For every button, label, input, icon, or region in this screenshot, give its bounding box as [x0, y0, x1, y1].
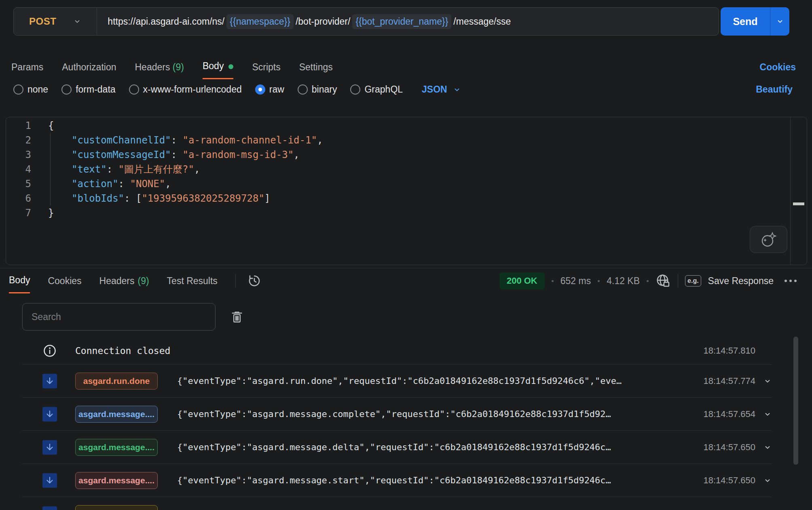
code-line[interactable]: 1{ [6, 118, 790, 133]
download-arrow-icon [45, 376, 55, 386]
headers-count: (9) [173, 62, 184, 72]
code-line[interactable]: 6"blobIds": ["1939596382025289728"] [6, 191, 790, 206]
code-line[interactable]: 3"customMessageId": "a-random-msg-id-3", [6, 148, 790, 162]
response-size: 4.12 KB [607, 276, 640, 287]
code-lines: 1{2"customChannelId": "a-random-channel-… [6, 118, 790, 220]
radio-icon [13, 84, 23, 95]
event-arrow-icon-box [42, 374, 57, 388]
search-input[interactable] [22, 303, 216, 331]
dot-separator [647, 280, 649, 282]
expand-event-button[interactable] [755, 410, 772, 418]
tab-headers[interactable]: Headers (9) [135, 58, 184, 79]
event-row[interactable] [22, 497, 772, 510]
log-row[interactable]: Connection closed18:14:57.810 [22, 337, 772, 364]
line-number: 3 [6, 149, 31, 160]
ellipsis-icon [784, 278, 797, 283]
radio-binary[interactable]: binary [298, 84, 337, 95]
event-row[interactable]: asgard.message....{"eventType":"asgard.m… [22, 464, 772, 497]
tab-settings[interactable]: Settings [299, 58, 333, 79]
trash-icon [230, 309, 244, 325]
event-arrow-icon-box [42, 506, 57, 510]
event-row[interactable]: asgard.run.done{"eventType":"asgard.run.… [22, 364, 772, 397]
event-timestamp: 18:14:57.774 [704, 376, 755, 386]
tab-params[interactable]: Params [11, 58, 43, 79]
event-timestamp: 18:14:57.650 [704, 442, 755, 453]
info-icon-box [42, 344, 57, 358]
line-number: 2 [6, 135, 31, 146]
radio-raw[interactable]: raw [255, 84, 284, 95]
code-line[interactable]: 4"text": "圖片上有什麼?", [6, 162, 790, 177]
code-text: "customMessageId": "a-random-msg-id-3", [48, 149, 300, 160]
event-payload-preview: {"eventType":"asgard.message.delta","req… [177, 442, 696, 452]
network-info-button[interactable] [656, 273, 671, 289]
line-number: 6 [6, 193, 31, 204]
send-options-button[interactable] [770, 7, 789, 36]
event-timestamp: 18:14:57.810 [704, 346, 755, 356]
response-tab-body[interactable]: Body [9, 268, 30, 293]
cookies-link[interactable]: Cookies [760, 62, 796, 79]
expand-event-button[interactable] [755, 377, 772, 385]
response-headers-count: (9) [137, 276, 149, 287]
chevron-down-icon [776, 17, 784, 25]
code-line[interactable]: 7} [6, 206, 790, 220]
expand-event-button[interactable] [755, 443, 772, 451]
response-scrollbar[interactable] [793, 337, 798, 465]
code-line[interactable]: 2"customChannelId": "a-random-channel-id… [6, 133, 790, 148]
download-arrow-icon [45, 476, 55, 485]
event-payload-preview: {"eventType":"asgard.message.complete","… [177, 409, 696, 419]
event-payload-preview: {"eventType":"asgard.run.done","requestI… [177, 376, 696, 386]
url-text-segment: https://api.asgard-ai.com/ns/ [108, 16, 224, 27]
event-type-badge: asgard.run.done [75, 373, 158, 390]
code-text: "customChannelId": "a-random-channel-id-… [48, 135, 323, 146]
radio-x-www-form-urlencoded[interactable]: x-www-form-urlencoded [129, 84, 242, 95]
status-badge: 200 OK [499, 272, 545, 289]
line-number: 5 [6, 178, 31, 190]
event-list: Connection closed18:14:57.810asgard.run.… [22, 337, 772, 510]
radio-icon-selected [255, 84, 265, 95]
code-text: "blobIds": ["1939596382025289728"] [48, 193, 270, 204]
tab-authorization[interactable]: Authorization [62, 58, 116, 79]
event-row[interactable]: asgard.message....{"eventType":"asgard.m… [22, 397, 772, 430]
beautify-link[interactable]: Beautify [756, 84, 793, 95]
more-options-button[interactable] [784, 278, 797, 283]
chevron-down-icon [73, 17, 81, 25]
response-tab-test-results[interactable]: Test Results [167, 268, 218, 293]
request-url-row: POST https://api.asgard-ai.com/ns/{{name… [13, 7, 789, 36]
save-response-button[interactable]: Save Response [708, 276, 774, 287]
event-payload-preview: {"eventType":"asgard.message.start","req… [177, 475, 696, 485]
chevron-down-icon [763, 377, 772, 385]
clear-events-button[interactable] [230, 309, 244, 325]
event-type-badge [75, 505, 158, 510]
event-row[interactable]: asgard.message....{"eventType":"asgard.m… [22, 430, 772, 464]
response-meta: 200 OK 652 ms 4.12 KB e.g. Save Response [499, 272, 797, 289]
download-arrow-icon [45, 509, 55, 510]
radio-none[interactable]: none [13, 84, 48, 95]
postbot-button[interactable] [750, 226, 787, 253]
tab-body[interactable]: Body [203, 57, 233, 79]
chevron-down-icon [763, 443, 772, 451]
editor-scrollbar-thumb[interactable] [793, 202, 804, 205]
log-message: Connection closed [75, 346, 696, 356]
url-input[interactable]: https://api.asgard-ai.com/ns/{{namespace… [97, 14, 511, 29]
method-select[interactable]: POST [14, 16, 97, 27]
request-body-editor[interactable]: 1{2"customChannelId": "a-random-channel-… [6, 117, 807, 265]
response-tab-cookies[interactable]: Cookies [48, 268, 81, 293]
event-arrow-icon-box [42, 407, 57, 421]
response-history-button[interactable] [247, 274, 262, 288]
radio-form-data[interactable]: form-data [61, 84, 115, 95]
url-variable-segment: {{bot_provider_name}} [352, 14, 451, 29]
event-type-badge: asgard.message.... [75, 406, 158, 423]
request-tabs: Params Authorization Headers (9) Body Sc… [11, 57, 796, 79]
code-line[interactable]: 5"action": "NONE", [6, 177, 790, 191]
radio-graphql[interactable]: GraphQL [350, 84, 403, 95]
response-tab-headers[interactable]: Headers(9) [99, 268, 149, 293]
expand-event-button[interactable] [755, 476, 772, 485]
event-timestamp: 18:14:57.654 [704, 409, 755, 419]
send-button[interactable]: Send [721, 7, 770, 36]
save-example-icon: e.g. [685, 275, 701, 287]
code-text: { [48, 120, 54, 131]
url-text-segment: /bot-provider/ [296, 16, 351, 27]
event-arrow-icon-box [42, 440, 57, 455]
language-select[interactable]: JSON [422, 84, 461, 95]
tab-scripts[interactable]: Scripts [252, 58, 280, 79]
